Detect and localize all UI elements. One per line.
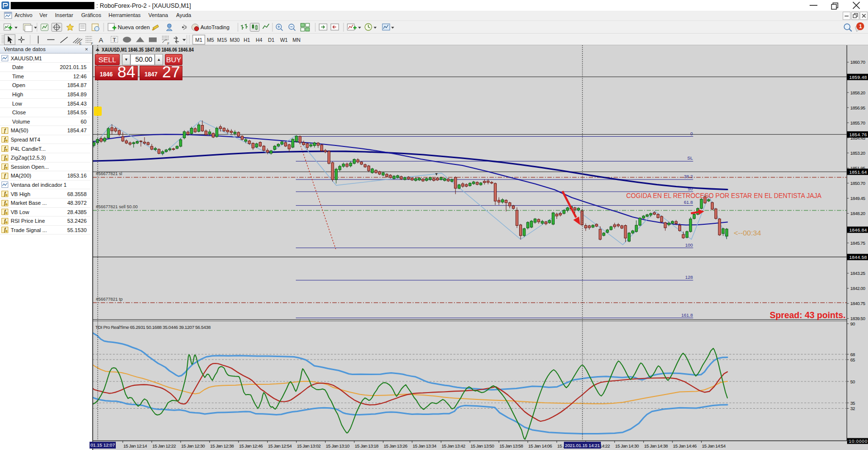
svg-text:1850.70: 1850.70 — [850, 180, 866, 186]
svg-text:100: 100 — [685, 242, 693, 248]
svg-text:68: 68 — [850, 352, 855, 357]
svg-text:38.2: 38.2 — [684, 174, 693, 179]
svg-text:15 Jan 13:26: 15 Jan 13:26 — [384, 443, 408, 449]
svg-text:1846.84: 1846.84 — [850, 227, 867, 233]
svg-text:#56677821 tp: #56677821 tp — [96, 297, 123, 302]
svg-text:XAUUSD,M1 1846.35 1847.00 184: XAUUSD,M1 1846.35 1847.00 1846.06 1846.8… — [102, 47, 194, 53]
svg-text:65: 65 — [850, 357, 855, 362]
svg-text:15 Jan 12:38: 15 Jan 12:38 — [210, 443, 234, 449]
svg-text:1842.00: 1842.00 — [850, 286, 866, 291]
svg-text:1844.58: 1844.58 — [850, 254, 867, 260]
svg-text:1856.95: 1856.95 — [850, 105, 866, 110]
svg-text:#56677821 sell 50.00: #56677821 sell 50.00 — [96, 204, 138, 209]
svg-text:M5: M5 — [207, 37, 214, 43]
svg-text:F: F — [91, 42, 93, 45]
svg-text:1853.20: 1853.20 — [850, 150, 866, 156]
svg-text:M30: M30 — [230, 37, 240, 43]
svg-text:1848.20: 1848.20 — [850, 211, 866, 216]
svg-text:MN: MN — [292, 37, 300, 43]
svg-text:1860.70: 1860.70 — [850, 59, 866, 65]
svg-text:32: 32 — [850, 406, 855, 411]
svg-text:F: F — [167, 42, 169, 45]
svg-text:61.8: 61.8 — [684, 199, 693, 205]
svg-text:: RoboForex-Pro-2 - [XAUUSD,M1: : RoboForex-Pro-2 - [XAUUSD,M1] — [96, 2, 191, 9]
svg-text:15 Jan 13:58: 15 Jan 13:58 — [499, 443, 523, 449]
svg-text:1839.50: 1839.50 — [850, 316, 866, 321]
svg-text:1858.20: 1858.20 — [850, 90, 866, 95]
svg-text:15 Jan 12:54: 15 Jan 12:54 — [268, 443, 292, 449]
svg-text:15 Jan 13:18: 15 Jan 13:18 — [355, 443, 379, 449]
svg-text:15 Jan 12:22: 15 Jan 12:22 — [152, 443, 176, 449]
svg-text:D1: D1 — [268, 37, 275, 43]
svg-text:15 Jan 13:02: 15 Jan 13:02 — [297, 443, 321, 449]
svg-text:15 Jan 12:14: 15 Jan 12:14 — [123, 443, 147, 449]
svg-text:15 Jan 13:50: 15 Jan 13:50 — [470, 443, 494, 449]
svg-text:15 Jan 13:42: 15 Jan 13:42 — [442, 443, 466, 449]
svg-text:15 Jan 12:46: 15 Jan 12:46 — [239, 443, 263, 449]
svg-text:1851.64: 1851.64 — [850, 169, 867, 175]
svg-text:<--00:34: <--00:34 — [734, 229, 761, 237]
svg-text:15 Jan 12:30: 15 Jan 12:30 — [181, 443, 205, 449]
svg-text:W1: W1 — [280, 37, 288, 43]
svg-text:50: 50 — [850, 379, 855, 384]
svg-text:1855.70: 1855.70 — [850, 120, 866, 126]
svg-text:SL: SL — [687, 155, 693, 161]
svg-text:1845.75: 1845.75 — [850, 240, 866, 246]
svg-text:AutoTrading: AutoTrading — [200, 24, 230, 30]
svg-text:90: 90 — [850, 321, 855, 326]
svg-text:1843.25: 1843.25 — [850, 270, 866, 276]
svg-text:15 Jan 14:30: 15 Jan 14:30 — [615, 443, 639, 449]
svg-text:15 Jan 13:34: 15 Jan 13:34 — [413, 443, 436, 449]
svg-text:1859.48: 1859.48 — [850, 74, 867, 80]
svg-text:T: T — [113, 37, 116, 43]
svg-text:E: E — [79, 42, 82, 45]
svg-text:15 Jan 14:54: 15 Jan 14:54 — [702, 443, 726, 449]
svg-text:15 Jan 14:46: 15 Jan 14:46 — [673, 443, 697, 449]
svg-text:1854.45: 1854.45 — [850, 135, 866, 141]
svg-text:H1: H1 — [244, 37, 251, 43]
svg-text:M15: M15 — [217, 37, 227, 43]
svg-text:Nueva orden: Nueva orden — [118, 24, 150, 30]
svg-text:15 Jan 13:10: 15 Jan 13:10 — [326, 443, 350, 449]
svg-text:0: 0 — [690, 131, 693, 136]
svg-text:2021.01.15 14:21: 2021.01.15 14:21 — [565, 443, 600, 448]
svg-text:1: 1 — [859, 23, 862, 29]
svg-text:Spread: 43 points.: Spread: 43 points. — [770, 310, 846, 320]
svg-text:1840.75: 1840.75 — [850, 301, 866, 306]
svg-text:M1: M1 — [195, 37, 202, 43]
svg-text:TDI Pro RealTime 65.2931 50.16: TDI Pro RealTime 65.2931 50.1688 35.0446… — [95, 324, 211, 330]
svg-text:128: 128 — [685, 274, 693, 280]
svg-text:35: 35 — [850, 400, 855, 406]
svg-text:161.8: 161.8 — [681, 312, 693, 318]
svg-text:#56677821 sl: #56677821 sl — [96, 171, 122, 176]
svg-text:15 Jan 14:38: 15 Jan 14:38 — [644, 443, 668, 449]
svg-text:15 Jan 14:06: 15 Jan 14:06 — [528, 443, 552, 449]
svg-text:A: A — [99, 36, 103, 44]
svg-text:H4: H4 — [256, 37, 263, 43]
svg-text:COGIDA EN EL RETROCESO POR EST: COGIDA EN EL RETROCESO POR ESTAR EN EL D… — [626, 191, 822, 199]
svg-text:1849.45: 1849.45 — [850, 196, 866, 201]
